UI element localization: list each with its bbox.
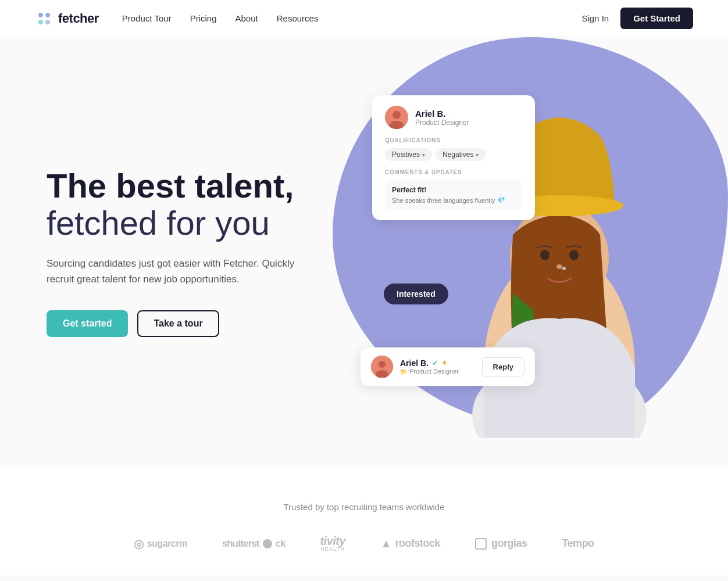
reply-button[interactable]: Reply — [482, 357, 524, 376]
svg-point-15 — [556, 264, 562, 269]
comment-sub: She speaks three languages fluently 💎 — [392, 196, 515, 204]
message-avatar — [371, 356, 393, 378]
interest-badge: Interested — [384, 284, 448, 304]
hero-title: The best talent, fetched for you — [47, 167, 349, 242]
logo-shutterstock: shutterstck — [222, 538, 286, 550]
get-started-nav-button[interactable]: Get Started — [620, 8, 693, 29]
tag-arrow-icon-2: ▾ — [476, 152, 479, 158]
get-started-button[interactable]: Get started — [47, 310, 128, 337]
hero-left: The best talent, fetched for you Sourcin… — [47, 167, 349, 337]
svg-point-18 — [379, 361, 386, 368]
check-icon: ✓ — [432, 359, 438, 367]
take-tour-button[interactable]: Take a tour — [137, 310, 219, 337]
hero-section: The best talent, fetched for you Sourcin… — [0, 37, 728, 467]
gorgias-square-icon — [475, 538, 487, 550]
qualifications-label: QUALIFICATIONS — [385, 137, 522, 144]
tag-arrow-icon: ▾ — [422, 152, 425, 158]
logo-tivity: tivity HEALTH — [320, 535, 345, 552]
shutterstock-dot-icon — [263, 539, 272, 548]
svg-point-2 — [38, 20, 43, 24]
trusted-section: Trusted by top recruiting teams worldwid… — [0, 467, 728, 575]
candidate-role: Product Designer — [415, 119, 469, 127]
logo[interactable]: fetcher — [35, 9, 99, 28]
logo-gorgias: gorgias — [475, 537, 527, 550]
message-card: Ariel B. ✓ ✦ 📁 Product Designer Reply — [361, 347, 535, 386]
nav-actions: Sign In Get Started — [581, 8, 693, 29]
svg-point-16 — [562, 267, 566, 270]
hero-subtitle: Sourcing candidates just got easier with… — [47, 256, 297, 287]
svg-point-14 — [569, 250, 579, 260]
trusted-label: Trusted by top recruiting teams worldwid… — [47, 502, 681, 512]
card-tags: Positives ▾ Negatives ▾ — [385, 148, 522, 161]
candidate-info: Ariel B. Product Designer — [415, 109, 469, 127]
svg-point-1 — [45, 13, 50, 17]
logo-roofstock: ▲ roofstock — [380, 537, 440, 550]
candidate-card: Ariel B. Product Designer QUALIFICATIONS… — [372, 95, 535, 220]
message-info: Ariel B. ✓ ✦ 📁 Product Designer — [400, 358, 475, 375]
nav-links: Product Tour Pricing About Resources — [122, 13, 582, 23]
logo-tempo: Tempo — [562, 537, 594, 550]
candidate-name: Ariel B. — [415, 109, 469, 119]
svg-point-3 — [45, 20, 50, 24]
folder-icon: 📁 — [400, 368, 407, 375]
nav-resources[interactable]: Resources — [277, 13, 319, 23]
hero-title-line2: fetched for you — [47, 204, 270, 242]
candidate-header: Ariel B. Product Designer — [385, 106, 522, 129]
tag-positives[interactable]: Positives ▾ — [385, 148, 432, 161]
nav-about[interactable]: About — [235, 13, 258, 23]
navbar: fetcher Product Tour Pricing About Resou… — [0, 0, 728, 37]
roofstock-triangle-icon: ▲ — [380, 537, 391, 550]
nav-pricing[interactable]: Pricing — [190, 13, 217, 23]
interest-badge-label: Interested — [397, 289, 436, 299]
sugarcrm-prefix-icon: ◎ — [134, 537, 144, 551]
logos-row: ◎ sugarcrm shutterstck tivity HEALTH ▲ r… — [47, 535, 681, 552]
card-comments: Perfect fit! She speaks three languages … — [385, 180, 522, 210]
hero-title-line1: The best talent, — [47, 167, 294, 205]
hero-buttons: Get started Take a tour — [47, 310, 349, 337]
nav-product-tour[interactable]: Product Tour — [122, 13, 172, 23]
comments-label: COMMENTS & UPDATES — [385, 169, 522, 175]
message-role: 📁 Product Designer — [400, 368, 475, 375]
svg-point-13 — [540, 250, 549, 260]
message-name: Ariel B. ✓ ✦ — [400, 358, 475, 368]
svg-point-5 — [392, 111, 401, 119]
star-icon: ✦ — [441, 359, 447, 367]
logo-text: fetcher — [58, 11, 99, 26]
hero-right: Ariel B. Product Designer QUALIFICATIONS… — [349, 72, 681, 432]
comment-text: Perfect fit! — [392, 186, 515, 194]
candidate-avatar — [385, 106, 408, 129]
logo-sugarcrm: ◎ sugarcrm — [134, 537, 187, 551]
tag-negatives[interactable]: Negatives ▾ — [436, 148, 486, 161]
diamond-icon: 💎 — [497, 196, 505, 204]
svg-point-0 — [38, 13, 43, 17]
logo-icon — [35, 9, 53, 28]
sign-in-button[interactable]: Sign In — [581, 13, 609, 23]
